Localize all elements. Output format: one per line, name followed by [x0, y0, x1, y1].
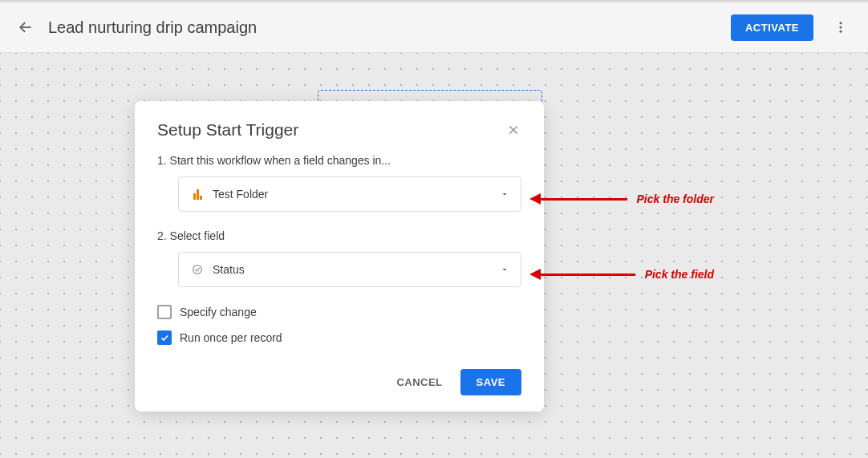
run-once-label: Run once per record — [180, 331, 282, 344]
annotation-pick-field: Pick the field — [529, 268, 714, 281]
modal-footer: CANCEL SAVE — [157, 369, 521, 395]
folder-dropdown-value: Test Folder — [213, 188, 500, 201]
close-button[interactable] — [505, 122, 521, 138]
back-arrow-icon[interactable] — [16, 18, 35, 37]
modal-header: Setup Start Trigger — [157, 120, 521, 140]
svg-point-3 — [840, 30, 842, 33]
cancel-button[interactable]: CANCEL — [385, 369, 453, 395]
specify-change-row: Specify change — [157, 305, 521, 319]
svg-point-1 — [840, 22, 842, 24]
specify-change-checkbox[interactable] — [157, 305, 172, 319]
setup-trigger-modal: Setup Start Trigger 1. Start this workfl… — [135, 101, 544, 411]
page-title: Lead nurturing drip campaign — [48, 18, 257, 37]
svg-point-6 — [193, 265, 202, 274]
status-icon — [190, 262, 205, 277]
more-vert-icon — [834, 20, 848, 34]
specify-change-label: Specify change — [180, 306, 257, 318]
field-dropdown-value: Status — [213, 263, 500, 276]
field-dropdown[interactable]: Status — [178, 252, 521, 287]
svg-point-2 — [840, 26, 842, 29]
arrow-head-icon — [529, 193, 541, 205]
top-bar: Lead nurturing drip campaign ACTIVATE — [0, 0, 868, 53]
run-once-checkbox[interactable] — [157, 330, 172, 345]
arrow-shaft — [541, 274, 635, 276]
arrow-shaft — [541, 198, 627, 201]
activate-button[interactable]: ACTIVATE — [731, 14, 813, 41]
workflow-canvas[interactable]: Setup Start Trigger 1. Start this workfl… — [0, 53, 868, 458]
step2-label: 2. Select field — [157, 229, 521, 242]
arrow-head-icon — [529, 269, 541, 280]
annotation-label: Pick the folder — [637, 193, 714, 205]
save-button[interactable]: SAVE — [460, 369, 521, 395]
chevron-down-icon — [500, 189, 509, 199]
arrow-left-icon — [18, 19, 34, 35]
chevron-down-icon — [500, 265, 509, 274]
annotation-label: Pick the field — [645, 268, 714, 281]
more-menu-button[interactable] — [829, 16, 852, 39]
annotation-pick-folder: Pick the folder — [529, 193, 714, 205]
folder-icon — [190, 187, 205, 201]
folder-dropdown[interactable]: Test Folder — [178, 176, 521, 212]
run-once-row: Run once per record — [157, 330, 521, 345]
step1-label: 1. Start this workflow when a field chan… — [157, 154, 521, 167]
modal-title: Setup Start Trigger — [157, 120, 298, 140]
close-icon — [507, 124, 520, 136]
check-icon — [160, 333, 169, 342]
